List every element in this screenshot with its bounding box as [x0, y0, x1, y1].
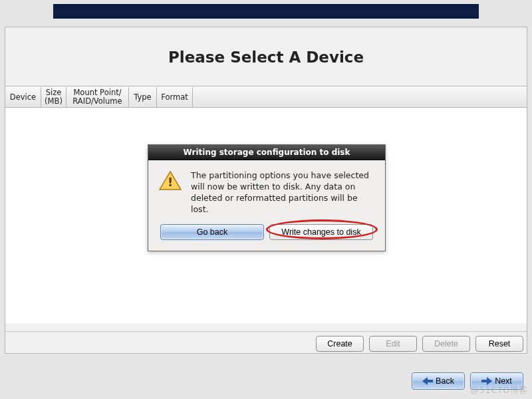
dialog-body: ! The partitioning options you have sele… [148, 160, 385, 221]
write-changes-button[interactable]: Write changes to disk [269, 224, 373, 240]
edit-button[interactable]: Edit [369, 336, 417, 352]
arrow-left-icon [422, 377, 433, 385]
reset-button[interactable]: Reset [475, 336, 523, 352]
partition-table-header: Device Size (MB) Mount Point/ RAID/Volum… [5, 86, 527, 108]
svg-text:!: ! [168, 175, 173, 189]
partition-table-body: Writing storage configuration to disk ! … [5, 108, 527, 323]
create-button[interactable]: Create [316, 336, 364, 352]
write-storage-dialog: Writing storage configuration to disk ! … [148, 144, 386, 251]
page-title: Please Select A Device [5, 49, 527, 66]
col-size[interactable]: Size (MB) [41, 87, 66, 107]
col-type[interactable]: Type [129, 87, 157, 107]
col-device[interactable]: Device [5, 87, 41, 107]
watermark: @51CTO博客 [470, 384, 528, 396]
device-panel: Please Select A Device Device Size (MB) … [5, 27, 527, 354]
col-spacer [193, 87, 527, 107]
dialog-message: The partitioning options you have select… [191, 170, 374, 215]
delete-button[interactable]: Delete [422, 336, 470, 352]
heading-area: Please Select A Device [5, 27, 527, 86]
wizard-nav: Back Next [5, 368, 527, 390]
installer-brand-band [53, 4, 479, 19]
back-label: Back [436, 376, 454, 386]
dialog-title: Writing storage configuration to disk [148, 145, 385, 160]
col-format[interactable]: Format [157, 87, 193, 107]
back-button[interactable]: Back [412, 372, 465, 390]
warning-icon: ! [159, 170, 183, 215]
dialog-buttons: Go back Write changes to disk [148, 221, 385, 251]
svg-marker-2 [422, 377, 433, 385]
go-back-button[interactable]: Go back [160, 224, 264, 240]
col-mount[interactable]: Mount Point/ RAID/Volume [66, 87, 129, 107]
write-changes-label: Write changes to disk [281, 227, 360, 237]
partition-actions: Create Edit Delete Reset [5, 331, 527, 352]
